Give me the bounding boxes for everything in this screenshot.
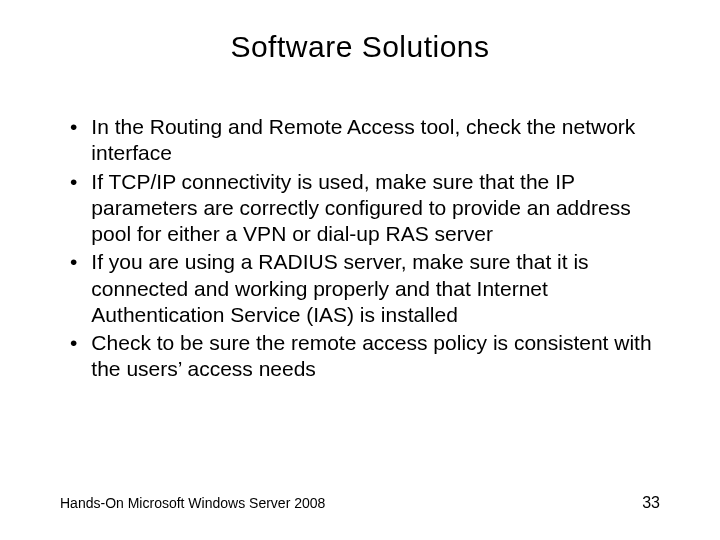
slide-title: Software Solutions xyxy=(60,30,660,64)
footer: Hands-On Microsoft Windows Server 2008 3… xyxy=(60,494,660,512)
list-item-text: Check to be sure the remote access polic… xyxy=(91,330,660,383)
bullet-icon: • xyxy=(70,330,77,356)
list-item: • If you are using a RADIUS server, make… xyxy=(70,249,660,328)
slide: Software Solutions • In the Routing and … xyxy=(0,0,720,540)
list-item: • Check to be sure the remote access pol… xyxy=(70,330,660,383)
list-item-text: If TCP/IP connectivity is used, make sur… xyxy=(91,169,660,248)
bullet-icon: • xyxy=(70,249,77,275)
list-item-text: If you are using a RADIUS server, make s… xyxy=(91,249,660,328)
page-number: 33 xyxy=(642,494,660,512)
footer-text-left: Hands-On Microsoft Windows Server 2008 xyxy=(60,495,325,511)
list-item: • If TCP/IP connectivity is used, make s… xyxy=(70,169,660,248)
bullet-icon: • xyxy=(70,114,77,140)
bullet-icon: • xyxy=(70,169,77,195)
bullet-list: • In the Routing and Remote Access tool,… xyxy=(60,114,660,383)
list-item: • In the Routing and Remote Access tool,… xyxy=(70,114,660,167)
list-item-text: In the Routing and Remote Access tool, c… xyxy=(91,114,660,167)
